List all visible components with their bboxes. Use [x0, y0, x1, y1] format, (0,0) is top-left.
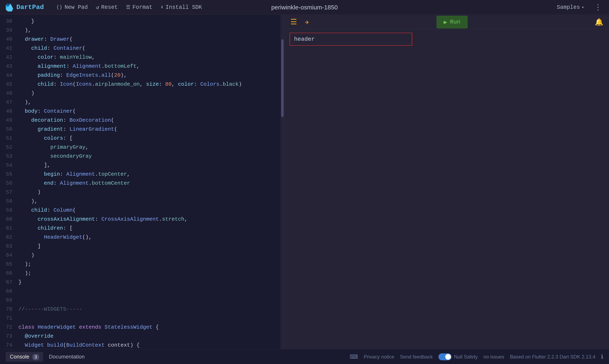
logo-area: DartPad	[5, 3, 44, 12]
new-pad-label: New Pad	[65, 4, 88, 11]
code-line: child: Column(	[18, 206, 281, 215]
output-content: header	[285, 29, 609, 349]
output-toolbar: ☰ ✈ ▶ Run 🔔	[285, 15, 609, 29]
dart-logo-icon	[5, 3, 14, 12]
null-safety-toggle: Null Safety	[439, 353, 478, 360]
code-line: body: Container(	[18, 107, 281, 116]
privacy-notice-link[interactable]: Privacy notice	[363, 354, 394, 360]
install-icon: ⬇	[161, 4, 163, 10]
code-line: )	[18, 188, 281, 197]
code-line	[18, 296, 281, 305]
info-icon[interactable]: ℹ	[601, 353, 603, 360]
reset-label: Reset	[101, 4, 118, 11]
code-line: begin: Alignment.topCenter,	[18, 170, 281, 179]
code-line: @override	[18, 332, 281, 341]
code-line: class HeaderWidget extends StatelessWidg…	[18, 323, 281, 332]
status-label: no issues	[483, 354, 504, 360]
code-line: colors: [	[18, 134, 281, 143]
code-line: color: mainYellow,	[18, 53, 281, 62]
code-line: ),	[18, 197, 281, 206]
new-pad-icon: ⟨⟩	[56, 4, 62, 11]
code-container: 3839404142 4344454647 4849505152 5354555…	[0, 15, 284, 349]
format-icon: ☰	[126, 4, 130, 10]
tab-documentation[interactable]: Documentation	[45, 352, 89, 362]
format-label: Format	[132, 4, 152, 11]
bell-icon[interactable]: 🔔	[595, 18, 603, 26]
header-output-box: header	[290, 33, 412, 46]
sdk-label: Based on Flutter 2.2.3 Dart SDK 2.13.4	[510, 354, 595, 360]
bottom-right: ⌨ Privacy notice Send feedback Null Safe…	[350, 353, 603, 360]
code-line: ),	[18, 98, 281, 107]
code-line	[18, 314, 281, 323]
more-options-button[interactable]: ⋮	[592, 1, 604, 13]
line-numbers: 3839404142 4344454647 4849505152 5354555…	[0, 15, 16, 349]
code-line: ],	[18, 161, 281, 170]
toolbar: DartPad ⟨⟩ New Pad ↺ Reset ☰ Format ⬇ In…	[0, 0, 609, 15]
null-safety-label: Null Safety	[454, 354, 478, 360]
code-line	[18, 287, 281, 296]
documentation-tab-label: Documentation	[49, 353, 85, 360]
code-line: )	[18, 251, 281, 260]
code-line: Widget build(BuildContext context) {	[18, 341, 281, 349]
samples-button[interactable]: Samples ▾	[553, 3, 588, 12]
console-badge: 3	[33, 354, 39, 360]
chevron-down-icon: ▾	[582, 5, 584, 10]
format-button[interactable]: ☰ Format	[122, 2, 156, 13]
code-line: child: Container(	[18, 44, 281, 53]
code-line: );	[18, 269, 281, 278]
editor-panel: 3839404142 4344454647 4849505152 5354555…	[0, 15, 284, 349]
bottom-tabs: Console 3 Documentation	[6, 352, 89, 362]
pad-title: periwinkle-osmium-1850	[271, 4, 338, 11]
run-label: Run	[450, 19, 460, 25]
samples-label: Samples	[557, 4, 580, 11]
code-line: decoration: BoxDecoration(	[18, 116, 281, 125]
main-area: 3839404142 4344454647 4849505152 5354555…	[0, 15, 609, 349]
code-line: alignment: Alignment.bottomLeft,	[18, 62, 281, 71]
code-line: ]	[18, 242, 281, 251]
toolbar-right: Samples ▾ ⋮	[553, 1, 604, 13]
airplane-icon: ✈	[305, 18, 309, 26]
install-sdk-label: Install SDK	[166, 4, 202, 11]
code-line: drawer: Drawer(	[18, 35, 281, 44]
code-line: children: [	[18, 224, 281, 233]
code-line: HeaderWidget(),	[18, 233, 281, 242]
code-line: }	[18, 278, 281, 287]
output-panel: ☰ ✈ ▶ Run 🔔 header	[284, 15, 609, 349]
console-tab-label: Console	[10, 353, 29, 360]
new-pad-button[interactable]: ⟨⟩ New Pad	[52, 2, 92, 13]
reset-icon: ↺	[96, 4, 99, 11]
code-line: child: Icon(Icons.airplanmode_on, size: …	[18, 80, 281, 89]
code-line: }	[18, 17, 281, 26]
scrollbar-track[interactable]	[281, 15, 284, 349]
output-header-text: header	[294, 36, 315, 42]
code-line: gradient: LinearGradient(	[18, 125, 281, 134]
code-line: //------WIDGETS-----	[18, 305, 281, 314]
code-editor[interactable]: } ), drawer: Drawer( child: Container( c…	[16, 15, 281, 349]
reset-button[interactable]: ↺ Reset	[92, 2, 122, 13]
run-button[interactable]: ▶ Run	[436, 16, 468, 28]
bottom-bar: Console 3 Documentation ⌨ Privacy notice…	[0, 349, 609, 364]
code-line: secondaryGray	[18, 152, 281, 161]
app-title: DartPad	[16, 3, 44, 11]
null-safety-switch[interactable]	[439, 353, 452, 360]
keyboard-icon[interactable]: ⌨	[350, 353, 358, 360]
feedback-link[interactable]: Send feedback	[400, 354, 433, 360]
install-sdk-button[interactable]: ⬇ Install SDK	[156, 2, 206, 13]
play-icon: ▶	[444, 19, 447, 26]
code-line: end: Alignment.bottomCenter	[18, 179, 281, 188]
hamburger-icon[interactable]: ☰	[290, 18, 297, 26]
code-line: ),	[18, 26, 281, 35]
code-line: primaryGray,	[18, 143, 281, 152]
code-line: );	[18, 260, 281, 269]
tab-console[interactable]: Console 3	[6, 352, 43, 362]
code-line: )	[18, 89, 281, 98]
code-line: padding: EdgeInsets.all(20),	[18, 71, 281, 80]
scrollbar-thumb[interactable]	[281, 39, 284, 117]
code-line: crossAxisAlignment: CrossAxisAlignment.s…	[18, 215, 281, 224]
